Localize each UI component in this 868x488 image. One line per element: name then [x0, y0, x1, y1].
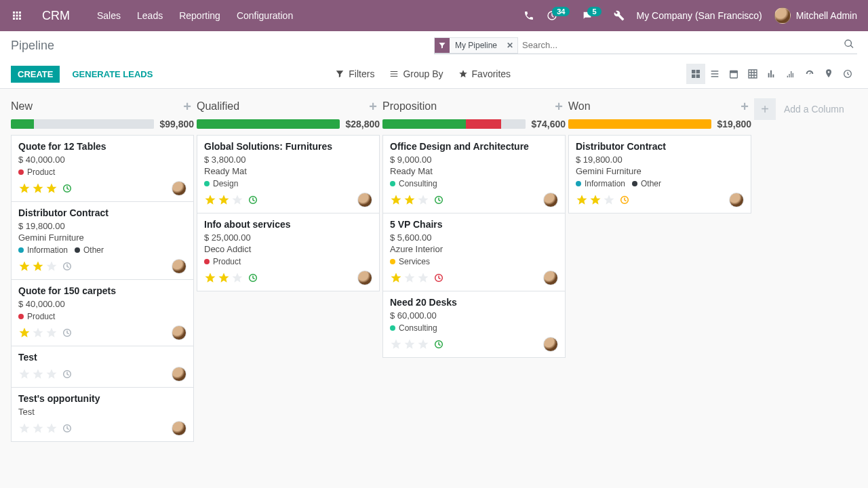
priority-star-icon[interactable] — [18, 368, 31, 380]
activity-clock-icon[interactable] — [248, 272, 258, 283]
priority-star-icon[interactable] — [603, 194, 615, 206]
nav-link[interactable]: Sales — [97, 10, 121, 21]
priority-star-icon[interactable] — [32, 260, 44, 272]
priority-star-icon[interactable] — [18, 422, 31, 434]
salesperson-avatar-icon[interactable] — [357, 192, 372, 207]
view-kanban-icon[interactable] — [686, 64, 705, 84]
nav-link[interactable]: Configuration — [237, 10, 293, 21]
search-icon[interactable] — [841, 39, 857, 52]
activity-clock-icon[interactable] — [62, 369, 73, 380]
activity-clock-icon[interactable] — [433, 272, 444, 283]
activity-clock-icon[interactable] — [62, 327, 73, 338]
progress-segment[interactable] — [501, 119, 526, 129]
priority-star-icon[interactable] — [231, 272, 243, 284]
salesperson-avatar-icon[interactable] — [543, 192, 558, 207]
view-list-icon[interactable] — [705, 64, 724, 84]
priority-star-icon[interactable] — [32, 182, 44, 195]
generate-leads-button[interactable]: GENERATE LEADS — [65, 66, 159, 83]
progress-segment[interactable] — [568, 119, 711, 129]
kanban-card[interactable]: Quote for 150 carpets $ 40,000.00 Produc… — [11, 279, 194, 346]
add-column-label[interactable]: Add a Column — [784, 104, 844, 115]
activity-clock-icon[interactable] — [433, 339, 444, 350]
kanban-card[interactable]: Test — [11, 346, 194, 388]
user-menu[interactable]: Mitchell Admin — [774, 7, 857, 24]
priority-star-icon[interactable] — [390, 194, 402, 206]
kanban-card[interactable]: Distributor Contract $ 19,800.00 Gemini … — [11, 201, 194, 280]
quick-create-icon[interactable]: + — [183, 100, 191, 113]
kanban-card[interactable]: Info about services $ 25,000.00 Deco Add… — [197, 213, 380, 291]
priority-star-icon[interactable] — [204, 272, 216, 284]
nav-link[interactable]: Leads — [137, 10, 163, 21]
progress-segment[interactable] — [11, 119, 34, 129]
priority-star-icon[interactable] — [390, 272, 402, 284]
priority-star-icon[interactable] — [45, 422, 58, 434]
priority-star-icon[interactable] — [32, 327, 44, 339]
priority-star-icon[interactable] — [403, 194, 416, 206]
salesperson-avatar-icon[interactable] — [172, 259, 186, 274]
priority-star-icon[interactable] — [45, 260, 58, 272]
view-activity-icon[interactable] — [838, 64, 857, 84]
priority-star-icon[interactable] — [204, 194, 216, 206]
company-switcher[interactable]: My Company (San Francisco) — [637, 10, 762, 21]
search-facet[interactable]: My Pipeline ✕ — [434, 37, 518, 54]
kanban-card[interactable]: Test's opportunity Test — [11, 387, 194, 442]
discuss-icon[interactable]: 5 — [582, 10, 601, 21]
app-brand[interactable]: CRM — [42, 9, 70, 23]
activity-clock-icon[interactable] — [62, 261, 73, 272]
card-tag[interactable]: Other — [632, 179, 661, 188]
priority-star-icon[interactable] — [18, 260, 31, 272]
salesperson-avatar-icon[interactable] — [172, 421, 186, 436]
nav-link[interactable]: Reporting — [179, 10, 220, 21]
card-tag[interactable]: Consulting — [390, 323, 437, 333]
kanban-card[interactable]: Quote for 12 Tables $ 40,000.00 Product — [11, 135, 194, 202]
column-title[interactable]: Proposition — [382, 100, 437, 113]
salesperson-avatar-icon[interactable] — [172, 181, 186, 196]
search-input[interactable] — [518, 37, 841, 53]
card-tag[interactable]: Consulting — [390, 179, 437, 188]
kanban-card[interactable]: 5 VP Chairs $ 5,600.00 Azure Interior Se… — [382, 213, 566, 291]
priority-star-icon[interactable] — [45, 327, 58, 339]
filters-dropdown[interactable]: Filters — [335, 68, 374, 79]
apps-menu-icon[interactable] — [11, 9, 23, 22]
create-button[interactable]: CREATE — [11, 66, 60, 83]
priority-star-icon[interactable] — [45, 368, 58, 380]
activity-clock-icon[interactable] — [248, 195, 258, 205]
activity-clock-icon[interactable] — [433, 195, 444, 205]
add-column-icon[interactable]: + — [754, 98, 776, 120]
card-tag[interactable]: Information — [18, 245, 68, 255]
activities-icon[interactable]: 34 — [547, 10, 570, 21]
priority-star-icon[interactable] — [403, 338, 416, 350]
activity-clock-icon[interactable] — [619, 195, 630, 205]
priority-star-icon[interactable] — [231, 194, 243, 206]
view-calendar-icon[interactable] — [724, 64, 743, 84]
view-graph-icon[interactable] — [762, 64, 781, 84]
priority-star-icon[interactable] — [218, 194, 230, 206]
phone-icon[interactable] — [524, 10, 534, 21]
card-tag[interactable]: Design — [204, 179, 238, 188]
card-tag[interactable]: Services — [390, 257, 430, 266]
kanban-card[interactable]: Office Design and Architecture $ 9,000.0… — [382, 135, 566, 214]
debug-icon[interactable] — [614, 10, 625, 21]
activity-clock-icon[interactable] — [62, 183, 73, 194]
priority-star-icon[interactable] — [18, 182, 31, 195]
priority-star-icon[interactable] — [390, 338, 402, 350]
kanban-card[interactable]: Distributor Contract $ 19,800.00 Gemini … — [568, 135, 751, 214]
card-tag[interactable]: Information — [576, 179, 625, 188]
card-tag[interactable]: Product — [204, 257, 241, 266]
search-bar[interactable]: My Pipeline ✕ — [434, 37, 857, 54]
activity-clock-icon[interactable] — [62, 423, 73, 434]
salesperson-avatar-icon[interactable] — [172, 325, 186, 340]
column-title[interactable]: New — [11, 100, 33, 113]
progress-segment[interactable] — [34, 119, 155, 129]
view-map-icon[interactable] — [819, 64, 838, 84]
card-tag[interactable]: Product — [18, 312, 55, 321]
progress-segment[interactable] — [382, 119, 466, 129]
salesperson-avatar-icon[interactable] — [172, 367, 186, 382]
view-pivot-icon[interactable] — [743, 64, 762, 84]
priority-star-icon[interactable] — [32, 368, 44, 380]
add-column[interactable]: +Add a Column — [754, 97, 868, 120]
kanban-card[interactable]: Need 20 Desks $ 60,000.00 Consulting — [382, 291, 566, 358]
salesperson-avatar-icon[interactable] — [729, 192, 744, 207]
card-tag[interactable]: Product — [18, 167, 55, 177]
priority-star-icon[interactable] — [576, 194, 588, 206]
